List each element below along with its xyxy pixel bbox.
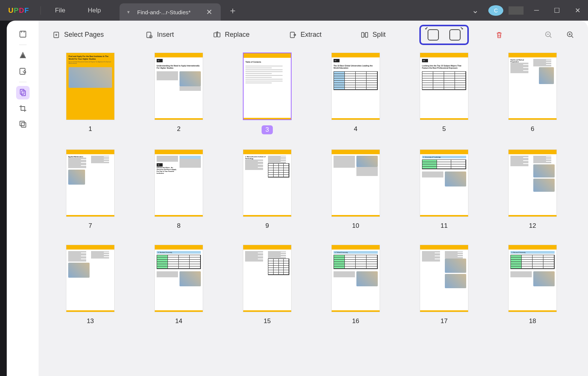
- page-thumbnail[interactable]: 12: [500, 149, 566, 230]
- split-button[interactable]: Split: [355, 28, 391, 42]
- thumbnail-preview: Table of Contents: [243, 53, 292, 120]
- thumbnail-preview: Applied Mathematics: [66, 149, 115, 217]
- page-thumbnail[interactable]: 04Scholarship Rules - An Overview and Ho…: [146, 149, 212, 230]
- titlebar: UPDF File Help ▼ Find-and-...r-Studies* …: [0, 0, 588, 21]
- page-thumbnail[interactable]: 17: [411, 245, 477, 325]
- page-number: 4: [354, 125, 357, 133]
- page-number: 15: [264, 317, 271, 325]
- tab-dropdown-icon[interactable]: ▼: [126, 10, 130, 14]
- sidebar-reader[interactable]: [16, 27, 30, 41]
- thumbnail-preview: [331, 149, 380, 217]
- divider: [509, 6, 524, 15]
- close-button[interactable]: ✕: [567, 6, 588, 15]
- svg-rect-10: [217, 33, 220, 37]
- page-number: 18: [529, 317, 536, 325]
- main-panel: Select Pages Insert Replace Extract: [39, 21, 588, 376]
- page-number: 13: [87, 317, 94, 325]
- svg-rect-3: [22, 91, 25, 96]
- page-thumbnail[interactable]: 01Understanding the Need to Apply Intern…: [146, 53, 212, 134]
- rotate-left-button[interactable]: [428, 29, 439, 41]
- svg-rect-9: [214, 33, 217, 37]
- page-number: 6: [531, 125, 534, 133]
- thumbnail-preview: Health and Medical Preparation: [508, 53, 557, 120]
- insert-button[interactable]: Insert: [140, 28, 179, 42]
- sidebar-organize[interactable]: [16, 86, 30, 99]
- organize-toolbar: Select Pages Insert Replace Extract: [39, 21, 588, 49]
- page-thumbnail[interactable]: 10: [323, 149, 389, 230]
- rotate-right-button[interactable]: [449, 29, 461, 41]
- page-thumbnail[interactable]: 5. Harvard University18: [500, 245, 566, 325]
- page-thumbnail[interactable]: 2. University of Cambridge11: [411, 149, 477, 230]
- sidebar-comment[interactable]: [16, 49, 30, 62]
- svg-rect-1: [20, 68, 25, 74]
- page-number: 2: [177, 125, 180, 133]
- delete-page-button[interactable]: [490, 28, 509, 42]
- menu-help[interactable]: Help: [76, 7, 112, 14]
- page-number: 12: [529, 222, 536, 230]
- page-number: 8: [177, 222, 180, 230]
- thumbnail-preview: 2. University of Cambridge: [420, 149, 468, 217]
- maximize-button[interactable]: ☐: [546, 6, 567, 15]
- add-tab-button[interactable]: ＋: [221, 5, 245, 17]
- window-controls: ⌄ C ─ ☐ ✕: [464, 5, 588, 16]
- page-thumbnail[interactable]: Find and Apply For the Best Institutes I…: [57, 53, 123, 134]
- zoom-out-button[interactable]: [539, 28, 558, 42]
- minimize-button[interactable]: ─: [527, 6, 546, 14]
- svg-rect-0: [20, 31, 26, 37]
- page-number: 9: [265, 222, 269, 230]
- thumbnail-preview: 4. Oxford University: [331, 245, 380, 312]
- thumbnail-preview: 04Scholarship Rules - An Overview and Ho…: [154, 149, 203, 217]
- chevron-down-icon[interactable]: ⌄: [464, 6, 486, 15]
- page-thumbnail[interactable]: 4. Oxford University16: [323, 245, 389, 325]
- page-thumbnail[interactable]: 03Looking Into the Top 10 Subject Majors…: [411, 53, 477, 134]
- page-number: 10: [352, 222, 359, 230]
- thumbnail-preview: 3. Stanford University: [154, 245, 203, 312]
- page-thumbnail[interactable]: 15: [234, 245, 300, 325]
- page-number: 5: [442, 125, 446, 133]
- svg-rect-13: [365, 32, 368, 37]
- page-thumbnail[interactable]: 13: [57, 245, 123, 325]
- zoom-in-button[interactable]: [561, 28, 580, 42]
- page-thumbnail[interactable]: Table of Contents3: [234, 53, 300, 134]
- sidebar-tools[interactable]: [16, 117, 30, 131]
- thumbnail-preview: 02The 10 Best Global Universities Leadin…: [331, 53, 380, 120]
- thumbnail-preview: [66, 245, 115, 312]
- page-number: 14: [175, 317, 183, 325]
- page-number: 3: [262, 125, 272, 134]
- thumbnail-preview: [508, 149, 557, 217]
- divider: [40, 6, 41, 15]
- thumbnail-preview: 5. Harvard University: [508, 245, 557, 312]
- thumbnail-preview: 1. Massachusetts Institute of Technology: [243, 149, 292, 217]
- svg-rect-4: [20, 121, 24, 126]
- menu-file[interactable]: File: [44, 7, 76, 14]
- document-tab[interactable]: ▼ Find-and-...r-Studies* ✕: [120, 3, 221, 21]
- tab-title: Find-and-...r-Studies*: [137, 9, 201, 15]
- page-number: 16: [352, 317, 359, 325]
- thumbnail-grid-scroll[interactable]: Find and Apply For the Best Institutes I…: [39, 49, 588, 376]
- replace-button[interactable]: Replace: [208, 28, 255, 42]
- page-thumbnail[interactable]: 3. Stanford University14: [146, 245, 212, 325]
- sidebar-edit[interactable]: [16, 65, 30, 78]
- close-tab-icon[interactable]: ✕: [205, 8, 214, 17]
- sidebar: [7, 21, 39, 376]
- thumbnail-preview: Find and Apply For the Best Institutes I…: [66, 53, 115, 120]
- thumbnail-preview: 03Looking Into the Top 10 Subject Majors…: [420, 53, 468, 120]
- app-logo: UPDF: [0, 6, 37, 15]
- page-thumbnail[interactable]: 02The 10 Best Global Universities Leadin…: [323, 53, 389, 134]
- rotate-group-highlighted: [419, 25, 469, 45]
- svg-rect-5: [21, 123, 26, 127]
- thumbnail-grid: Find and Apply For the Best Institutes I…: [57, 53, 566, 325]
- page-number: 11: [441, 222, 448, 230]
- page-number: 1: [88, 125, 92, 133]
- thumbnail-preview: [243, 245, 292, 312]
- select-pages-button[interactable]: Select Pages: [47, 28, 109, 42]
- page-thumbnail[interactable]: Applied Mathematics7: [57, 149, 123, 230]
- svg-rect-12: [362, 32, 364, 37]
- page-thumbnail[interactable]: Health and Medical Preparation6: [500, 53, 566, 134]
- thumbnail-preview: [420, 245, 468, 312]
- sidebar-crop[interactable]: [16, 102, 30, 115]
- page-thumbnail[interactable]: 1. Massachusetts Institute of Technology…: [234, 149, 300, 230]
- user-avatar[interactable]: C: [488, 5, 503, 16]
- page-number: 17: [441, 317, 448, 325]
- extract-button[interactable]: Extract: [283, 28, 327, 42]
